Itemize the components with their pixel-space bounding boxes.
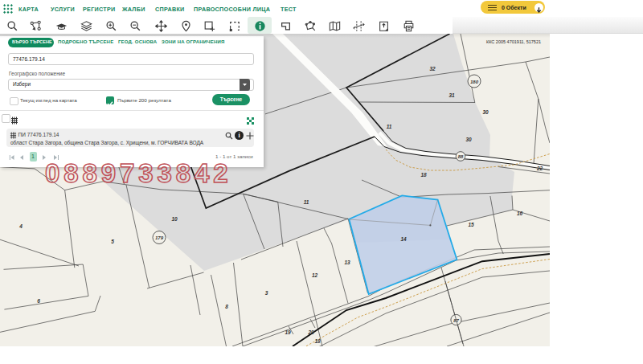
svg-text:179: 179 — [155, 235, 164, 240]
svg-text:3: 3 — [265, 290, 268, 296]
svg-text:16: 16 — [517, 211, 523, 216]
svg-text:31: 31 — [448, 92, 455, 98]
svg-text:32: 32 — [429, 66, 436, 72]
svg-text:10: 10 — [171, 216, 178, 222]
svg-text:11: 11 — [304, 199, 309, 205]
svg-text:5: 5 — [111, 239, 114, 244]
svg-text:180: 180 — [470, 80, 479, 84]
svg-text:30: 30 — [482, 109, 489, 115]
svg-text:13: 13 — [344, 260, 350, 265]
svg-text:4: 4 — [18, 223, 23, 229]
svg-text:20: 20 — [307, 329, 314, 335]
svg-text:ККС 2005 4701911, 517521: ККС 2005 4701911, 517521 — [486, 39, 541, 44]
svg-text:6: 6 — [37, 298, 40, 304]
svg-text:15: 15 — [468, 222, 474, 227]
svg-text:8: 8 — [225, 304, 228, 309]
svg-text:88: 88 — [458, 154, 464, 159]
svg-text:19: 19 — [285, 329, 291, 335]
svg-text:12: 12 — [312, 272, 318, 278]
svg-text:22: 22 — [536, 166, 543, 171]
svg-text:14: 14 — [400, 236, 407, 242]
svg-text:18: 18 — [314, 338, 321, 344]
svg-text:18: 18 — [420, 172, 427, 178]
svg-text:30: 30 — [465, 137, 472, 142]
svg-text:11: 11 — [387, 124, 392, 129]
